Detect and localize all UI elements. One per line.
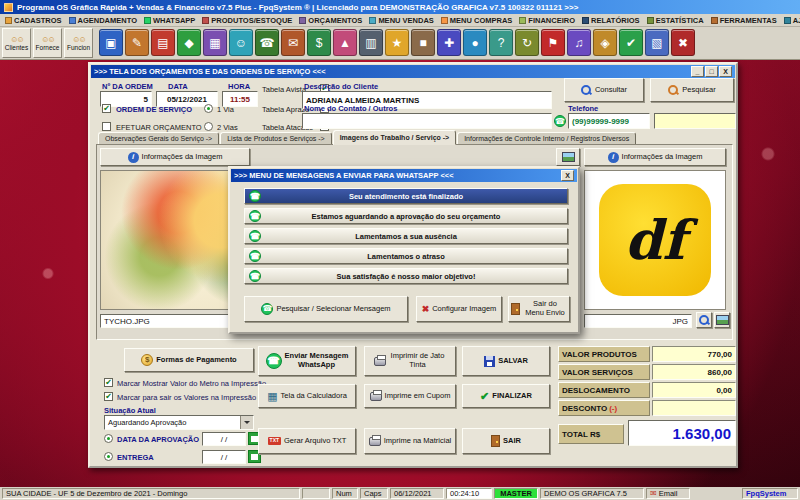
people-icon xyxy=(10,35,22,44)
contact-field[interactable] xyxy=(302,113,552,129)
menu-item[interactable]: MENU COMPRAS xyxy=(441,16,513,25)
minimize-button[interactable]: _ xyxy=(691,66,704,77)
data-aprovacao-field[interactable]: / / xyxy=(202,432,246,446)
toolbar-icon[interactable]: ♫ xyxy=(567,29,591,56)
toolbar-icon[interactable]: ✚ xyxy=(437,29,461,56)
menubar: CADASTROS AGENDAMENTO WHATSAPP PRODUTOS/… xyxy=(0,14,800,27)
salvar-button[interactable]: SALVAR xyxy=(462,346,550,376)
aux-yellow-field[interactable] xyxy=(654,113,736,129)
imprime-matricial-button[interactable]: Imprime na Matricial xyxy=(364,428,456,454)
consultar-button[interactable]: Consultar xyxy=(564,78,644,102)
toolbar-icon[interactable]: ▣ xyxy=(99,29,123,56)
toolbar-icon[interactable]: ⚑ xyxy=(541,29,565,56)
close-button[interactable]: X xyxy=(719,66,732,77)
calculadora-button[interactable]: Tela da Calculadora xyxy=(258,384,356,408)
total-row-label: DESLOCAMENTO xyxy=(558,382,650,398)
menu-item[interactable]: FERRAMENTAS xyxy=(711,16,777,25)
check-valores[interactable] xyxy=(104,392,113,401)
toolbar-icon[interactable]: ☺ xyxy=(229,29,253,56)
gerar-txt-button[interactable]: Gerar Arquivo TXT xyxy=(258,428,356,454)
toolbar-icon[interactable]: ● xyxy=(463,29,487,56)
ordem-servico-checkbox[interactable] xyxy=(102,104,111,113)
whatsapp-icon xyxy=(261,303,273,315)
toolbar-icon[interactable]: ◆ xyxy=(177,29,201,56)
situacao-dropdown[interactable]: Aguardando Aprovação xyxy=(104,415,254,430)
menu-item[interactable]: AJUDA xyxy=(784,16,800,25)
status-email[interactable]: ✉Email xyxy=(646,488,690,499)
dialog-titlebar[interactable]: >>> MENU DE MENSAGENS A ENVIAR PARA WHAT… xyxy=(231,169,577,182)
tab-imagens[interactable]: Imagens do Trabalho / Serviço -> xyxy=(333,130,457,145)
toolbar-icon[interactable]: $ xyxy=(307,29,331,56)
menu-item[interactable]: PRODUTOS/ESTOQUE xyxy=(202,16,292,25)
finalizar-button[interactable]: FINALIZAR xyxy=(462,384,550,408)
entrega-radio[interactable] xyxy=(104,452,113,461)
whatsapp-message-button[interactable]: Sua satisfação é nosso maior objetivo! xyxy=(244,268,568,284)
imprimir-jato-button[interactable]: Imprimir de Jato Tinta xyxy=(364,346,456,376)
image-info-right-button[interactable]: Informações da Imagem xyxy=(584,148,726,166)
toolbar-icon[interactable]: ? xyxy=(489,29,513,56)
toolbar-icon[interactable]: ☎ xyxy=(255,29,279,56)
maximize-button[interactable]: □ xyxy=(705,66,718,77)
pesquisar-mensagem-button[interactable]: Pesquisar / Selecionar Mensagem xyxy=(244,296,408,322)
data-aprovacao-radio[interactable] xyxy=(104,434,113,443)
formas-pagamento-button[interactable]: Formas de Pagamento xyxy=(124,348,254,372)
toolbar-icons: ▣ ✎ ▤ ◆ ▦ ☺ ☎ ✉ $ ▲ ▥ ★ xyxy=(99,28,695,56)
toolbar-nav-button[interactable]: Funcion xyxy=(64,28,93,58)
menu-item[interactable]: MENU VENDAS xyxy=(369,16,433,25)
via1-radio[interactable] xyxy=(204,104,213,113)
menu-item[interactable]: WHATSAPP xyxy=(144,16,195,25)
app-titlebar[interactable]: Programa OS Gráfica Rápida + Vendas & Fi… xyxy=(0,0,800,14)
phone-label: Telefone xyxy=(568,104,598,113)
zoom-image-button[interactable] xyxy=(696,312,712,328)
ordem-servico-label: ORDEM DE SERVIÇO xyxy=(116,105,192,114)
phone-field[interactable]: (99)99999-9999 xyxy=(568,113,650,129)
image-tool-button[interactable] xyxy=(556,148,580,166)
toolbar-icon[interactable]: ▦ xyxy=(203,29,227,56)
toolbar-icon[interactable]: ★ xyxy=(385,29,409,56)
right-image-filename[interactable]: JPG xyxy=(584,314,692,328)
chevron-down-icon[interactable] xyxy=(240,416,253,429)
whatsapp-message-button[interactable]: Estamos aguardando a aprovação do seu or… xyxy=(244,208,568,224)
total-row: DESLOCAMENTO 0,00 xyxy=(558,382,736,398)
toolbar-icon[interactable]: ✖ xyxy=(671,29,695,56)
sair-button[interactable]: SAIR xyxy=(462,428,550,454)
toolbar-icon[interactable]: ◈ xyxy=(593,29,617,56)
whatsapp-message-button[interactable]: Seu atendimento está finalizado xyxy=(244,188,568,204)
sair-menu-envio-button[interactable]: Sair do Menu Envio xyxy=(508,296,570,322)
toolbar-nav-button[interactable]: Clientes xyxy=(2,28,31,58)
toolbar-icon[interactable]: ✎ xyxy=(125,29,149,56)
enviar-whatsapp-button[interactable]: Enviar Mensagem WhatsApp xyxy=(258,346,356,376)
search-icon xyxy=(581,85,592,96)
pesquisar-button[interactable]: Pesquisar xyxy=(650,78,734,102)
dialog-close-button[interactable]: X xyxy=(561,170,574,181)
x-icon xyxy=(422,304,430,315)
whatsapp-message-button[interactable]: Lamentamos o atraso xyxy=(244,248,568,264)
menu-item[interactable]: ESTATÍSTICA xyxy=(647,16,704,25)
menu-item[interactable]: FINANCEIRO xyxy=(519,16,575,25)
menu-item[interactable]: ORÇAMENTOS xyxy=(299,16,362,25)
menu-item[interactable]: RELATÓRIOS xyxy=(582,16,640,25)
imprime-cupom-button[interactable]: Imprime em Cupom xyxy=(364,384,456,408)
whatsapp-message-button[interactable]: Lamentamos a sua ausência xyxy=(244,228,568,244)
toolbar-icon[interactable]: ▧ xyxy=(645,29,669,56)
toolbar-icon[interactable]: ■ xyxy=(411,29,435,56)
toolbar-icon[interactable]: ▥ xyxy=(359,29,383,56)
check-metro[interactable] xyxy=(104,378,113,387)
toolbar-icon[interactable]: ↻ xyxy=(515,29,539,56)
menu-item[interactable]: CADASTROS xyxy=(5,16,62,25)
menu-item-icon xyxy=(441,17,448,24)
status-location: SUA CIDADE - UF 5 de Dezembro de 2021 - … xyxy=(2,488,300,499)
toolbar-icon[interactable]: ▲ xyxy=(333,29,357,56)
image-info-left-button[interactable]: Informações da Imagem xyxy=(100,148,250,166)
toolbar-icon[interactable]: ✔ xyxy=(619,29,643,56)
toolbar-nav-button[interactable]: Fornece xyxy=(33,28,62,58)
toolbar-icon[interactable]: ✉ xyxy=(281,29,305,56)
df-logo: df xyxy=(599,184,711,296)
entrega-field[interactable]: / / xyxy=(202,450,246,464)
window-titlebar[interactable]: >>> TELA DOS ORÇAMENTOS E DAS ORDENS DE … xyxy=(91,65,735,78)
printer-icon xyxy=(370,392,382,401)
menu-item[interactable]: AGENDAMENTO xyxy=(69,16,137,25)
browse-image-button[interactable] xyxy=(714,312,730,328)
configurar-imagem-button[interactable]: Configurar Imagem xyxy=(416,296,502,322)
toolbar-icon[interactable]: ▤ xyxy=(151,29,175,56)
